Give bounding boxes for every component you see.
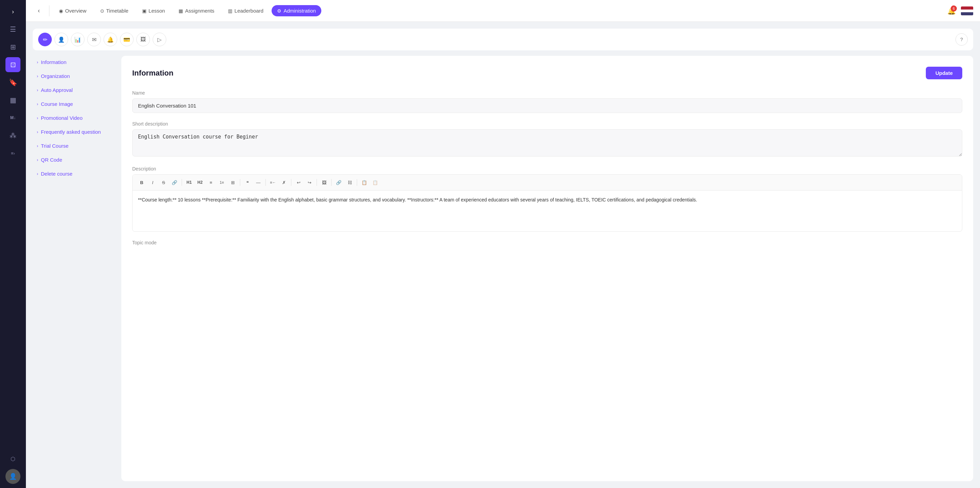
overview-icon: ◉: [59, 8, 63, 14]
undo-rte-btn[interactable]: ↩: [293, 177, 304, 187]
update-button[interactable]: Update: [926, 67, 962, 79]
italic-rte-btn[interactable]: I: [148, 177, 158, 187]
nav-divider: [49, 5, 49, 16]
rte-sep-7: [357, 179, 357, 186]
edit-tool-btn[interactable]: ✏: [38, 33, 52, 46]
rte-toolbar: B I S 🔗 H1 H2 ≡ 1≡ ⊞: [132, 174, 962, 190]
language-flag[interactable]: [961, 6, 973, 15]
short-desc-textarea[interactable]: English Conversation course for Beginer: [132, 129, 962, 157]
h1-rte-btn[interactable]: H1: [184, 177, 194, 187]
bell-tool-btn[interactable]: 🔔: [103, 33, 117, 46]
cross-rte-btn[interactable]: ✗: [279, 177, 289, 187]
bold-rte-btn[interactable]: B: [137, 177, 147, 187]
information-panel: Information Update Name Short descriptio…: [121, 56, 973, 481]
paste-rte-btn[interactable]: 📋: [370, 177, 380, 187]
tab-assignments[interactable]: ▦ Assignments: [173, 5, 220, 16]
tab-lesson-label: Lesson: [149, 8, 165, 14]
redo-rte-btn[interactable]: ↪: [304, 177, 315, 187]
h2-rte-btn[interactable]: H2: [195, 177, 205, 187]
copy-rte-btn[interactable]: 📋: [359, 177, 369, 187]
chevron-information-icon: ›: [37, 60, 38, 65]
rte-body[interactable]: **Course length:** 10 lessons **Prerequi…: [132, 190, 962, 231]
unlink-rte-btn[interactable]: ⛓: [345, 177, 355, 187]
hyperlink-rte-btn[interactable]: 🔗: [334, 177, 344, 187]
hr-rte-btn[interactable]: —: [253, 177, 263, 187]
nav-information-label: Information: [41, 59, 67, 65]
desc-label: Description: [132, 166, 962, 171]
dashboard-icon[interactable]: ⊡: [5, 57, 21, 72]
nav-auto-approval[interactable]: › Auto Approval: [33, 84, 115, 96]
nav-course-image[interactable]: › Course Image: [33, 98, 115, 110]
tab-administration[interactable]: ⚙ Administration: [272, 5, 321, 16]
topic-mode-label: Topic mode: [132, 240, 962, 246]
image-tool-btn[interactable]: 🖼: [136, 33, 150, 46]
rte-sep-3: [266, 179, 266, 186]
nav-organization-label: Organization: [41, 73, 70, 79]
sidebar-toggle[interactable]: ›: [5, 4, 21, 19]
help-button[interactable]: ?: [956, 33, 968, 46]
chevron-delete-course-icon: ›: [37, 171, 38, 176]
link-rte-btn[interactable]: 🔗: [169, 177, 180, 187]
chevron-course-image-icon: ›: [37, 102, 38, 106]
nav-promotional-video-label: Promotional Video: [41, 115, 83, 121]
bookmark-icon[interactable]: 🔖: [5, 75, 21, 90]
table-rte-btn[interactable]: ⊞: [228, 177, 238, 187]
chevron-auto-approval-icon: ›: [37, 88, 38, 93]
tab-overview[interactable]: ◉ Overview: [54, 5, 92, 16]
calendar-icon[interactable]: ▦: [5, 93, 21, 108]
align-left-rte-btn[interactable]: ≡←: [268, 177, 278, 187]
nav-faq-label: Frequently asked question: [41, 129, 101, 135]
tab-leaderboard[interactable]: ▥ Leaderboard: [223, 5, 269, 16]
rte-sep-4: [291, 179, 291, 186]
email-tool-btn[interactable]: ✉: [87, 33, 101, 46]
people-icon[interactable]: ⁂: [5, 128, 21, 143]
nav-promotional-video[interactable]: › Promotional Video: [33, 112, 115, 124]
image-rte-btn[interactable]: 🖼: [319, 177, 329, 187]
name-label: Name: [132, 90, 962, 96]
nav-course-image-label: Course Image: [41, 101, 73, 107]
short-desc-field-group: Short description English Conversation c…: [132, 121, 962, 158]
nav-organization[interactable]: › Organization: [33, 70, 115, 82]
tab-overview-label: Overview: [65, 8, 87, 14]
topic-mode-field-group: Topic mode: [132, 240, 962, 246]
nav-faq[interactable]: › Frequently asked question: [33, 125, 115, 138]
name-input[interactable]: [132, 98, 962, 113]
tab-leaderboard-label: Leaderboard: [234, 8, 263, 14]
ordered-rte-btn[interactable]: 1≡: [217, 177, 227, 187]
short-desc-label: Short description: [132, 121, 962, 127]
strikethrough-rte-btn[interactable]: S: [158, 177, 169, 187]
card-tool-btn[interactable]: 💳: [120, 33, 134, 46]
quote-rte-btn[interactable]: ❝: [242, 177, 253, 187]
desc-field-group: Description B I S 🔗 H1 H2 ≡: [132, 166, 962, 232]
people-tool-btn[interactable]: 👤: [54, 33, 68, 46]
tab-assignments-label: Assignments: [185, 8, 214, 14]
nav-trial-course[interactable]: › Trial Course: [33, 139, 115, 152]
back-button[interactable]: ‹: [33, 5, 45, 17]
name-field-group: Name: [132, 90, 962, 113]
nav-information[interactable]: › Information: [33, 56, 115, 68]
list-icon[interactable]: ≡›: [5, 146, 21, 161]
two-column-layout: › Information › Organization › Auto Appr…: [33, 56, 973, 481]
notification-badge: 6: [951, 5, 957, 11]
tab-timetable-label: Timetable: [106, 8, 129, 14]
chevron-organization-icon: ›: [37, 74, 38, 79]
menu-icon[interactable]: ☰: [5, 22, 21, 37]
bullet-rte-btn[interactable]: ≡: [206, 177, 216, 187]
chevron-promotional-video-icon: ›: [37, 116, 38, 120]
notification-bell[interactable]: 🔔 6: [945, 4, 958, 18]
nav-qr-code[interactable]: › QR Code: [33, 154, 115, 166]
tab-lesson[interactable]: ▣ Lesson: [137, 5, 170, 16]
markdown-icon[interactable]: M↓: [5, 110, 21, 125]
nav-auto-approval-label: Auto Approval: [41, 87, 73, 93]
page-body: ✏ 👤 📊 ✉ 🔔 💳 🖼 ▷ ? › Information: [33, 29, 973, 481]
tab-timetable[interactable]: ⊙ Timetable: [95, 5, 134, 16]
left-navigation: › Information › Organization › Auto Appr…: [33, 56, 115, 481]
nav-delete-course[interactable]: › Delete course: [33, 168, 115, 180]
chart-tool-btn[interactable]: 📊: [71, 33, 84, 46]
avatar[interactable]: 👤: [5, 469, 21, 484]
logout-icon[interactable]: ⬡: [5, 451, 21, 466]
grid-icon[interactable]: ⊞: [5, 40, 21, 54]
leaderboard-icon: ▥: [228, 8, 232, 14]
send-tool-btn[interactable]: ▷: [153, 33, 166, 46]
rte-sep-6: [331, 179, 332, 186]
